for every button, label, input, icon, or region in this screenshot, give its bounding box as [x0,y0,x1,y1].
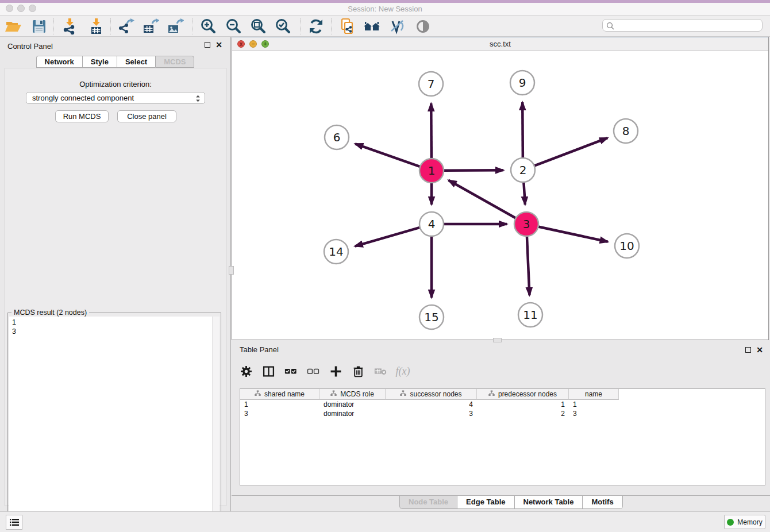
export-image-icon[interactable] [167,18,184,35]
cell-predecessor-nodes[interactable]: 2 [477,409,569,418]
save-session-icon[interactable] [30,18,48,35]
svg-text:2: 2 [519,163,527,177]
import-network-icon[interactable] [61,18,78,35]
attribute-type-icon [255,390,261,398]
mcds-result-text[interactable]: 1 3 [9,317,212,529]
zoom-out-icon[interactable] [225,18,242,35]
column-header-successor-nodes[interactable]: successor nodes [386,389,477,400]
graph-edge-4-14[interactable] [355,228,420,246]
mcds-result-group: MCDS result (2 nodes) 1 3 [7,313,221,531]
toolbar-separator [192,18,193,34]
graph-node-8[interactable]: 8 [614,119,638,143]
graph-edge-2-9[interactable] [522,102,523,158]
svg-text:14: 14 [329,245,343,259]
graph-edge-3-1[interactable] [449,180,516,218]
graph-node-3[interactable]: 3 [514,212,538,236]
export-table-icon[interactable] [142,18,159,35]
deselect-all-columns-icon[interactable] [307,365,319,377]
node-table[interactable]: shared nameMCDS rolesuccessor nodesprede… [240,388,765,485]
tab-network[interactable]: Network [36,56,82,68]
graph-node-11[interactable]: 11 [518,303,542,327]
cell-successor-nodes[interactable]: 4 [386,400,477,409]
status-bar: Memory [0,511,770,532]
cell-successor-nodes[interactable]: 3 [386,409,477,418]
float-panel-icon[interactable] [205,42,210,48]
table-row[interactable]: 3dominator323 [240,409,765,418]
network-canvas[interactable]: 7968124314101511 [232,51,768,340]
tab-motifs[interactable]: Motifs [582,496,622,509]
column-header-shared-name[interactable]: shared name [240,389,319,400]
search-input[interactable] [617,20,759,30]
tab-node-table[interactable]: Node Table [399,496,457,509]
graph-edge-2-8[interactable] [534,138,608,165]
cell-shared-name[interactable]: 3 [240,409,319,418]
toolbar-separator [331,18,332,34]
cell-name[interactable]: 1 [569,400,619,409]
tab-style[interactable]: Style [82,56,117,68]
first-neighbors-icon[interactable] [363,18,380,35]
graph-node-10[interactable]: 10 [615,234,639,258]
run-mcds-button[interactable]: Run MCDS [55,110,109,122]
graph-node-14[interactable]: 14 [324,240,348,264]
column-header-MCDS-role[interactable]: MCDS role [319,389,386,400]
svg-text:4: 4 [428,217,436,231]
mcds-result-scrollbar[interactable] [212,317,220,529]
tab-select[interactable]: Select [117,56,155,68]
memory-label: Memory [737,518,762,526]
graph-edge-1-7[interactable] [431,103,432,159]
close-panel-icon[interactable]: ✕ [756,347,763,353]
tab-edge-table[interactable]: Edge Table [457,496,514,509]
cell-MCDS-role[interactable]: dominator [319,400,386,409]
cell-MCDS-role[interactable]: dominator [319,409,386,418]
tab-network-table[interactable]: Network Table [514,496,583,509]
cell-name[interactable]: 3 [569,409,619,418]
graph-node-1[interactable]: 1 [419,159,444,183]
hide-selected-icon[interactable] [388,18,406,35]
table-row[interactable]: 1dominator411 [240,400,765,409]
list-icon [9,518,20,527]
network-graph: 7968124314101511 [232,51,768,340]
float-panel-icon[interactable] [745,347,751,353]
toggle-columns-icon[interactable] [262,365,275,377]
open-session-icon[interactable] [5,18,22,35]
zoom-in-icon[interactable] [199,18,217,35]
column-header-name[interactable]: name [569,389,619,400]
table-toolbar: f(x) [240,361,409,381]
graph-node-6[interactable]: 6 [325,125,349,149]
zoom-selected-icon[interactable] [274,18,291,35]
cell-shared-name[interactable]: 1 [240,400,319,409]
vertical-splitter-handle[interactable] [229,266,234,275]
tab-mcds[interactable]: MCDS [155,56,194,68]
delete-column-icon[interactable] [352,365,364,377]
horizontal-splitter-handle[interactable] [493,338,502,342]
cell-predecessor-nodes[interactable]: 1 [477,400,569,409]
settings-gear-icon[interactable] [240,365,252,377]
memory-button[interactable]: Memory [724,515,765,529]
network-window-titlebar[interactable]: x – + scc.txt [232,37,768,51]
close-panel-icon[interactable]: ✕ [215,42,222,48]
zoom-fit-icon[interactable] [249,18,267,35]
export-network-icon[interactable] [117,18,134,35]
show-all-icon[interactable] [414,18,432,35]
graph-node-9[interactable]: 9 [510,71,534,95]
optimization-criterion-select[interactable]: strongly connected component [26,92,205,104]
graph-node-4[interactable]: 4 [419,212,444,236]
clone-network-icon[interactable] [339,18,356,35]
graph-edge-3-11[interactable] [527,236,530,295]
column-header-predecessor-nodes[interactable]: predecessor nodes [477,389,569,400]
graph-edge-3-10[interactable] [538,226,608,241]
add-column-icon[interactable] [329,365,342,377]
function-builder-icon: f(x) [396,365,409,377]
graph-edge-1-6[interactable] [355,144,420,167]
graph-node-7[interactable]: 7 [419,72,443,96]
refresh-icon[interactable] [307,18,325,35]
graph-node-15[interactable]: 15 [419,305,444,329]
select-all-columns-icon[interactable] [284,365,297,377]
task-history-button[interactable] [6,515,22,530]
graph-edge-1-2[interactable] [444,170,503,171]
import-table-icon[interactable] [87,18,105,35]
graph-edge-2-3[interactable] [523,182,525,205]
close-panel-button[interactable]: Close panel [117,110,176,122]
graph-node-2[interactable]: 2 [511,158,535,182]
main-toolbar [0,16,770,37]
